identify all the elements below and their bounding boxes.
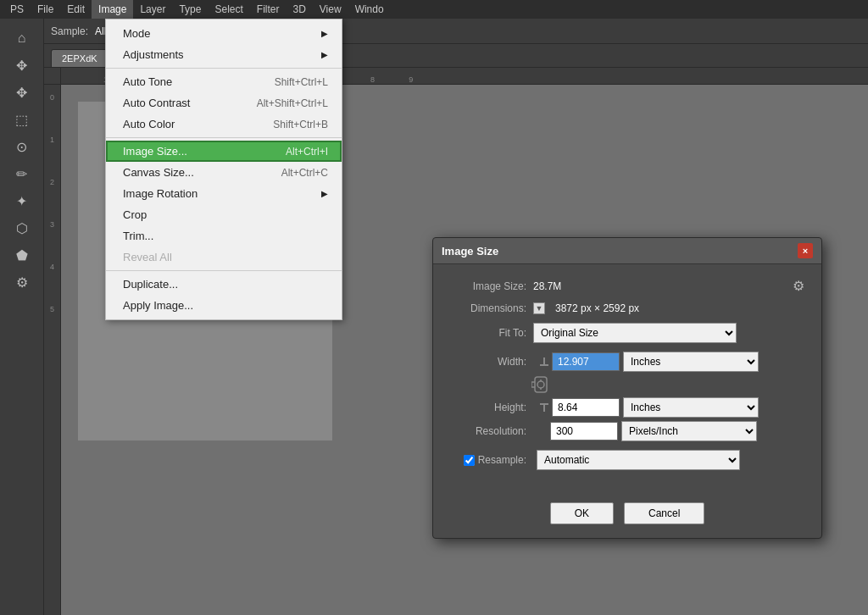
height-unit-select[interactable]: Inches Pixels Centimeters Millimeters bbox=[623, 397, 759, 418]
resolution-inputs: Pixels/Inch Pixels/Centimeter bbox=[550, 421, 757, 441]
image-size-dialog-overlay: Image Size × Image Size: 28.7M ⚙ Dimensi… bbox=[432, 237, 822, 539]
menu-item-duplicate[interactable]: Duplicate... bbox=[106, 274, 342, 295]
menu-item-mode[interactable]: Mode bbox=[106, 23, 342, 44]
move-icon[interactable]: ✥ bbox=[9, 80, 35, 105]
menu-view[interactable]: View bbox=[313, 0, 348, 19]
menu-item-canvas-size-shortcut: Alt+Ctrl+C bbox=[281, 167, 328, 179]
menu-item-auto-tone-label: Auto Tone bbox=[123, 75, 172, 88]
sample-label: Sample: bbox=[51, 25, 88, 37]
svg-rect-4 bbox=[537, 381, 544, 388]
menu-item-reveal-all: Reveal All bbox=[106, 247, 342, 268]
resample-label: Resample: bbox=[478, 454, 526, 466]
settings-icon[interactable]: ⚙ bbox=[9, 269, 35, 295]
menu-item-auto-contrast-shortcut: Alt+Shift+Ctrl+L bbox=[257, 97, 328, 109]
wh-group: Width: Inches Pixels Centimeters Millime… bbox=[450, 352, 804, 421]
menu-separator-1 bbox=[106, 68, 342, 69]
menu-item-image-size[interactable]: Image Size... Alt+Ctrl+I bbox=[106, 141, 342, 162]
resolution-row: Resolution: Pixels/Inch Pixels/Centimete… bbox=[450, 421, 804, 441]
ruler-v-tick: 0 bbox=[50, 93, 54, 102]
dialog-titlebar: Image Size × bbox=[433, 238, 821, 264]
svg-rect-0 bbox=[535, 377, 547, 392]
fit-to-select[interactable]: Original Size US Paper A4 Custom bbox=[533, 323, 737, 343]
menu-item-duplicate-label: Duplicate... bbox=[123, 278, 178, 291]
height-input[interactable] bbox=[552, 398, 620, 417]
ok-button[interactable]: OK bbox=[550, 502, 614, 524]
ruler-h-tick: 8 bbox=[370, 75, 375, 84]
menu-edit[interactable]: Edit bbox=[60, 0, 92, 19]
menu-item-canvas-size[interactable]: Canvas Size... Alt+Ctrl+C bbox=[106, 162, 342, 183]
menu-item-auto-contrast[interactable]: Auto Contrast Alt+Shift+Ctrl+L bbox=[106, 92, 342, 114]
width-input[interactable] bbox=[552, 352, 620, 371]
toolbar: ⌂ ✥ ✥ ⬚ ⊙ ✏ ✦ ⬡ ⬟ ⚙ bbox=[0, 19, 44, 615]
marquee-icon[interactable]: ⬚ bbox=[9, 107, 35, 132]
dialog-body: Image Size: 28.7M ⚙ Dimensions: ▼ 3872 p… bbox=[433, 264, 821, 492]
menu-item-apply-image-label: Apply Image... bbox=[123, 299, 193, 312]
lasso-icon[interactable]: ⊙ bbox=[9, 134, 35, 159]
menu-item-adjustments-label: Adjustments bbox=[123, 48, 184, 61]
menu-item-auto-color-shortcut: Shift+Ctrl+B bbox=[273, 119, 328, 130]
dialog-close-button[interactable]: × bbox=[798, 243, 813, 258]
dimensions-value: 3872 px × 2592 px bbox=[555, 302, 639, 314]
dimensions-label: Dimensions: bbox=[450, 302, 526, 314]
menu-filter[interactable]: Filter bbox=[250, 0, 287, 19]
menu-item-auto-tone-shortcut: Shift+Ctrl+L bbox=[275, 76, 328, 88]
width-unit-select[interactable]: Inches Pixels Centimeters Millimeters bbox=[623, 352, 759, 372]
shape-icon[interactable]: ⬟ bbox=[9, 242, 35, 268]
menu-image[interactable]: Image bbox=[92, 0, 133, 19]
resolution-input[interactable] bbox=[550, 422, 618, 440]
menu-item-crop-label: Crop bbox=[123, 208, 147, 221]
ruler-corner bbox=[44, 68, 61, 85]
menu-window[interactable]: Windo bbox=[348, 0, 391, 19]
ruler-v-tick: 2 bbox=[50, 178, 54, 186]
document-tab[interactable]: 2EPXdK bbox=[51, 49, 108, 67]
vertical-ruler: 0 1 2 3 4 5 bbox=[44, 85, 61, 615]
tab-label: 2EPXdK bbox=[62, 53, 97, 64]
resample-select[interactable]: Automatic Preserve Details Bicubic Smoot… bbox=[537, 450, 740, 470]
image-size-dialog: Image Size × Image Size: 28.7M ⚙ Dimensi… bbox=[432, 237, 822, 539]
menu-layer[interactable]: Layer bbox=[133, 0, 172, 19]
resample-checkbox[interactable] bbox=[464, 455, 475, 466]
home-icon[interactable]: ⌂ bbox=[9, 25, 35, 51]
menu-item-auto-contrast-label: Auto Contrast bbox=[123, 97, 191, 109]
ruler-v-tick: 5 bbox=[50, 305, 54, 313]
menu-item-reveal-all-label: Reveal All bbox=[123, 251, 172, 263]
menu-3d[interactable]: 3D bbox=[286, 0, 312, 19]
resolution-unit-select[interactable]: Pixels/Inch Pixels/Centimeter bbox=[621, 421, 757, 441]
menu-item-image-size-shortcut: Alt+Ctrl+I bbox=[286, 146, 328, 158]
dimensions-toggle-icon[interactable]: ▼ bbox=[533, 302, 545, 314]
link-bracket-top bbox=[540, 357, 548, 366]
link-bracket-bottom bbox=[540, 403, 548, 412]
menu-separator-2 bbox=[106, 137, 342, 138]
menu-ps[interactable]: PS bbox=[3, 0, 31, 19]
menu-item-crop[interactable]: Crop bbox=[106, 204, 342, 225]
link-horiz-top bbox=[540, 364, 548, 366]
menu-item-apply-image[interactable]: Apply Image... bbox=[106, 295, 342, 316]
gear-icon[interactable]: ⚙ bbox=[793, 278, 804, 294]
chain-link-icon bbox=[531, 375, 550, 394]
menu-item-auto-tone[interactable]: Auto Tone Shift+Ctrl+L bbox=[106, 71, 342, 92]
menu-select[interactable]: Select bbox=[208, 0, 249, 19]
ruler-v-tick: 1 bbox=[50, 136, 54, 144]
cancel-button[interactable]: Cancel bbox=[624, 502, 704, 524]
brush-icon[interactable]: ✏ bbox=[9, 161, 35, 186]
image-size-label: Image Size: bbox=[450, 280, 526, 292]
menu-item-image-size-label: Image Size... bbox=[123, 145, 187, 158]
crop-icon[interactable]: ⬡ bbox=[9, 215, 35, 241]
ruler-v-tick: 4 bbox=[50, 263, 54, 271]
link-line-bottom bbox=[543, 405, 545, 412]
menu-item-canvas-size-label: Canvas Size... bbox=[123, 166, 194, 179]
eyedropper-icon[interactable]: ✥ bbox=[9, 53, 35, 78]
height-inputs: Inches Pixels Centimeters Millimeters bbox=[533, 397, 759, 418]
menu-file[interactable]: File bbox=[31, 0, 60, 19]
menu-item-image-rotation[interactable]: Image Rotation bbox=[106, 183, 342, 204]
image-size-row: Image Size: 28.7M ⚙ bbox=[450, 278, 804, 294]
menu-bar: PS File Edit Image Layer Type Select Fil… bbox=[0, 0, 868, 19]
resolution-label: Resolution: bbox=[450, 425, 526, 437]
stamp-icon[interactable]: ✦ bbox=[9, 188, 35, 213]
menu-item-adjustments[interactable]: Adjustments bbox=[106, 44, 342, 65]
menu-item-trim[interactable]: Trim... bbox=[106, 225, 342, 247]
width-inputs: Inches Pixels Centimeters Millimeters bbox=[533, 352, 759, 372]
menu-item-auto-color[interactable]: Auto Color Shift+Ctrl+B bbox=[106, 114, 342, 135]
menu-item-auto-color-label: Auto Color bbox=[123, 118, 175, 130]
menu-type[interactable]: Type bbox=[172, 0, 208, 19]
